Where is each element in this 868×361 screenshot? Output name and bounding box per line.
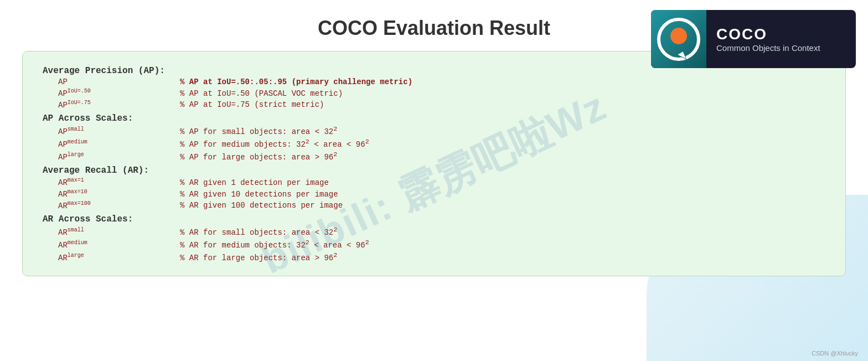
metric-desc-ap-small: % AP for small objects: area < 322 [180,125,337,136]
metric-name-ar-small: ARsmall [58,227,180,237]
metric-name-ar-1: ARmax=1 [58,177,180,187]
metric-row-ap-large: APlarge % AP for large objects: area > 9… [43,151,825,162]
coco-logo-icon [651,10,706,68]
coco-logo-text: COCO Common Objects in Context [706,19,830,59]
metric-desc-ar-small: % AR for small objects: area < 322 [180,226,337,237]
metric-desc-ar-10: % AR given 10 detections per image [180,190,338,199]
metric-desc-ap: % AP at IoU=.50:.05:.95 (primary challen… [180,78,412,86]
coco-logo-title: COCO [716,25,820,43]
coco-logo: COCO Common Objects in Context [651,10,856,68]
csdn-credit: CSDN @Xhlucky [812,350,858,357]
metric-desc-ap-75: % AP at IoU=.75 (strict metric) [180,100,324,109]
metric-name-ar-large: ARlarge [58,252,180,262]
metric-desc-ap-medium: % AP for medium objects: 322 < area < 96… [180,138,369,149]
metric-row-ap-50: APIoU=.50 % AP at IoU=.50 (PASCAL VOC me… [43,88,825,98]
metric-desc-ar-large: % AR for large objects: area > 962 [180,251,337,262]
metric-row-ap-75: APIoU=.75 % AP at IoU=.75 (strict metric… [43,100,825,110]
metric-name-ap-medium: APmedium [58,139,180,149]
metric-row-ar-100: ARmax=100 % AR given 100 detections per … [43,200,825,210]
metric-name-ap-75: APIoU=.75 [58,100,180,110]
metric-row-ar-small: ARsmall % AR for small objects: area < 3… [43,226,825,237]
ar-section-header: Average Recall (AR): [43,166,825,176]
metric-name-ap-small: APsmall [58,126,180,136]
svg-point-1 [670,28,687,44]
metric-desc-ap-50: % AP at IoU=.50 (PASCAL VOC metric) [180,89,343,98]
metric-desc-ar-1: % AR given 1 detection per image [180,178,329,187]
metric-row-ar-large: ARlarge % AR for large objects: area > 9… [43,251,825,262]
metric-desc-ar-medium: % AR for medium objects: 322 < area < 96… [180,239,369,250]
metric-name-ap-50: APIoU=.50 [58,88,180,98]
metric-row-ap-small: APsmall % AP for small objects: area < 3… [43,125,825,136]
metric-name-ar-10: ARmax=10 [58,189,180,199]
coco-icon-svg [657,17,701,61]
metrics-table: Average Precision (AP): AP % AP at IoU=.… [43,66,825,262]
ap-scales-header: AP Across Scales: [43,114,825,123]
metric-name-ar-100: ARmax=100 [58,200,180,210]
metric-desc-ap-large: % AP for large objects: area > 962 [180,151,337,162]
metric-name-ap: AP [58,78,180,86]
evaluation-content-box: Average Precision (AP): AP % AP at IoU=.… [22,51,846,276]
metric-desc-ar-100: % AR given 100 detections per image [180,201,343,210]
metric-row-ar-medium: ARmedium % AR for medium objects: 322 < … [43,239,825,250]
coco-logo-subtitle: Common Objects in Context [716,43,820,53]
metric-row-ap-medium: APmedium % AP for medium objects: 322 < … [43,138,825,149]
metric-row-ar-10: ARmax=10 % AR given 10 detections per im… [43,189,825,199]
metric-row-ar-1: ARmax=1 % AR given 1 detection per image [43,177,825,187]
metric-row-ap: AP % AP at IoU=.50:.05:.95 (primary chal… [43,78,825,86]
metric-name-ar-medium: ARmedium [58,240,180,250]
ar-scales-header: AR Across Scales: [43,214,825,224]
metric-name-ap-large: APlarge [58,152,180,162]
